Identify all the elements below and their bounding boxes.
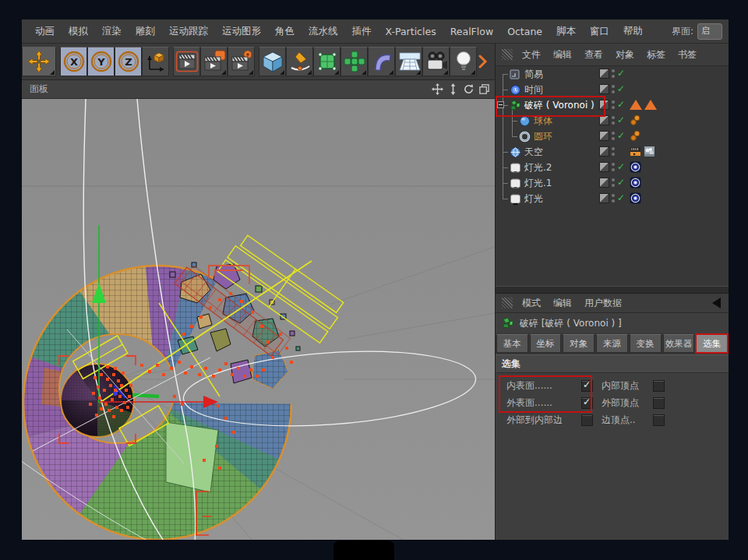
- menu-animation[interactable]: 动画: [28, 25, 62, 38]
- menu-mograph[interactable]: 运动图形: [215, 25, 268, 38]
- object-label[interactable]: 天空: [524, 146, 543, 159]
- enable-check-icon[interactable]: ✓: [617, 192, 625, 203]
- om-menu-view[interactable]: 查看: [578, 48, 609, 62]
- object-row-sky[interactable]: 天空: [496, 144, 729, 160]
- render-object-tag[interactable]: [630, 146, 641, 157]
- menu-xparticles[interactable]: X-Particles: [379, 26, 443, 37]
- menu-realflow[interactable]: RealFlow: [443, 26, 500, 37]
- layer-toggle-icon[interactable]: [599, 162, 609, 172]
- add-light-menu[interactable]: [450, 47, 477, 76]
- add-camera-menu[interactable]: [422, 47, 450, 76]
- om-menu-objects[interactable]: 对象: [609, 48, 640, 62]
- enable-check-icon[interactable]: ✓: [617, 99, 625, 110]
- visibility-dots[interactable]: [612, 69, 615, 78]
- layer-toggle-icon[interactable]: [599, 69, 609, 79]
- add-generator-menu[interactable]: [313, 47, 340, 76]
- y-axis-lock-toggle[interactable]: Y: [87, 47, 115, 76]
- tab-coordinates[interactable]: 坐标: [530, 334, 562, 353]
- inner-points-checkbox[interactable]: [653, 380, 665, 392]
- enable-check-icon[interactable]: ✓: [617, 177, 625, 188]
- object-label[interactable]: 灯光: [524, 192, 543, 206]
- object-label[interactable]: 破碎 ( Voronoi ): [524, 99, 595, 112]
- rotate-view-icon[interactable]: [463, 83, 475, 95]
- object-row-plain-effector[interactable]: 简易 ✓: [496, 66, 729, 82]
- visibility-dots[interactable]: [612, 100, 615, 109]
- menu-character[interactable]: 角色: [268, 25, 302, 38]
- add-spline-menu[interactable]: [286, 47, 313, 76]
- toggle-view-icon[interactable]: [478, 83, 490, 95]
- zoom-view-icon[interactable]: [447, 83, 459, 95]
- menu-help[interactable]: 帮助: [616, 25, 650, 38]
- object-label[interactable]: 圆环: [534, 130, 552, 143]
- z-axis-lock-toggle[interactable]: Z: [115, 47, 142, 76]
- expand-toggle-icon[interactable]: [497, 101, 504, 108]
- object-label[interactable]: 灯光.1: [524, 177, 552, 190]
- coordinate-system-toggle[interactable]: [142, 47, 169, 76]
- viewport-canvas[interactable]: [22, 99, 495, 540]
- add-mograph-menu[interactable]: [340, 47, 368, 76]
- visibility-dots[interactable]: [612, 163, 615, 171]
- enable-check-icon[interactable]: ✓: [617, 161, 625, 172]
- object-row-sphere[interactable]: 球体 ✓: [496, 113, 729, 129]
- orange-triangle-tag[interactable]: [630, 100, 642, 110]
- menu-motion-tracker[interactable]: 运动跟踪: [162, 25, 215, 38]
- inner-faces-checkbox[interactable]: [581, 380, 593, 392]
- sky-material-tag[interactable]: [644, 146, 655, 157]
- enable-check-icon[interactable]: ✓: [617, 114, 625, 125]
- panel-splitter[interactable]: [496, 286, 729, 294]
- am-menu-userdata[interactable]: 用户数据: [578, 297, 628, 310]
- menu-sculpt[interactable]: 雕刻: [129, 25, 162, 38]
- menu-simulate[interactable]: 模拟: [62, 25, 95, 38]
- object-label[interactable]: 球体: [534, 114, 552, 128]
- tab-transform[interactable]: 变换: [630, 334, 662, 353]
- visibility-dots[interactable]: [612, 147, 615, 156]
- object-row-time-effector[interactable]: 时间 ✓: [496, 82, 729, 97]
- object-row-light[interactable]: 灯光 ✓: [496, 191, 729, 206]
- om-menu-bookmarks[interactable]: 书签: [672, 48, 703, 62]
- visibility-dots[interactable]: [612, 178, 615, 187]
- object-row-light-1[interactable]: 灯光.1 ✓: [496, 175, 729, 191]
- add-cube-menu[interactable]: [259, 47, 286, 76]
- om-menu-edit[interactable]: 编辑: [547, 48, 578, 62]
- panel-grip-icon[interactable]: [502, 298, 513, 308]
- visibility-dots[interactable]: [612, 85, 615, 93]
- enable-check-icon[interactable]: ✓: [617, 83, 625, 94]
- visibility-dots[interactable]: [612, 116, 615, 125]
- object-row-voronoi-fracture[interactable]: 破碎 ( Voronoi ) ✓: [496, 97, 729, 113]
- target-tag[interactable]: [630, 161, 641, 173]
- outer-points-checkbox[interactable]: [653, 397, 665, 409]
- object-label[interactable]: 灯光.2: [524, 161, 552, 174]
- menu-plugins[interactable]: 插件: [345, 25, 379, 38]
- object-label[interactable]: 简易: [524, 68, 543, 81]
- om-menu-tags[interactable]: 标签: [640, 48, 672, 62]
- tab-selections[interactable]: 选集: [696, 334, 728, 353]
- enable-check-icon[interactable]: ✓: [617, 130, 625, 141]
- layer-toggle-icon[interactable]: [599, 100, 609, 110]
- panel-grip-icon[interactable]: [502, 49, 513, 60]
- outer-faces-checkbox[interactable]: [581, 397, 593, 409]
- dynamics-body-tag[interactable]: [630, 114, 641, 126]
- x-axis-lock-toggle[interactable]: X: [60, 47, 87, 76]
- add-environment-menu[interactable]: [395, 47, 422, 76]
- object-row-light-2[interactable]: 灯光.2 ✓: [496, 160, 729, 175]
- menu-pipeline[interactable]: 流水线: [302, 25, 345, 38]
- render-settings-button[interactable]: [228, 47, 255, 76]
- layer-toggle-icon[interactable]: [599, 146, 609, 157]
- render-picture-viewer-button[interactable]: [200, 47, 228, 76]
- object-label[interactable]: 时间: [524, 83, 543, 97]
- menu-render[interactable]: 渲染: [95, 25, 129, 38]
- enable-check-icon[interactable]: ✓: [617, 68, 625, 79]
- target-tag[interactable]: [630, 177, 641, 188]
- render-view-button[interactable]: [173, 47, 200, 76]
- layer-toggle-icon[interactable]: [599, 178, 609, 188]
- orange-triangle-tag[interactable]: [644, 100, 657, 110]
- tab-effectors[interactable]: 效果器: [663, 334, 695, 353]
- target-tag[interactable]: [630, 192, 641, 204]
- menu-window[interactable]: 窗口: [583, 25, 616, 38]
- edge-points-checkbox[interactable]: [653, 414, 665, 426]
- outer-inner-edges-checkbox[interactable]: [581, 414, 593, 426]
- layer-toggle-icon[interactable]: [599, 84, 609, 94]
- layer-toggle-icon[interactable]: [599, 193, 609, 203]
- om-menu-file[interactable]: 文件: [516, 48, 547, 62]
- dynamics-body-tag[interactable]: [630, 130, 641, 142]
